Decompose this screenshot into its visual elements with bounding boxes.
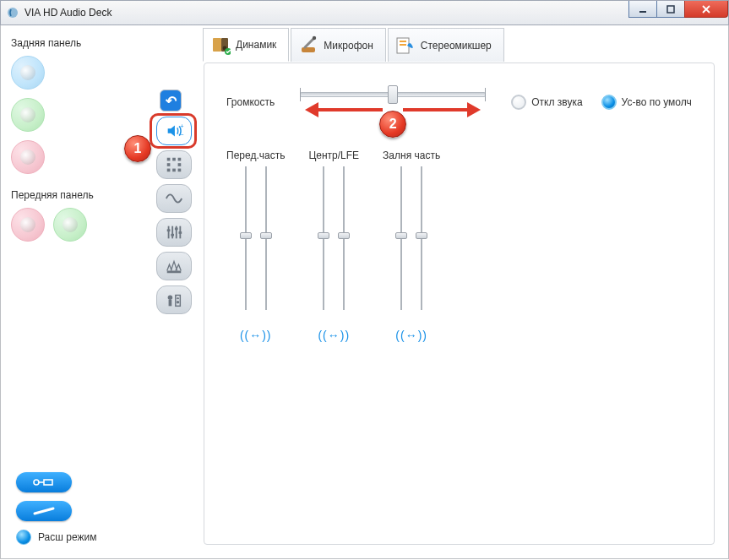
mode-label: Расш режим xyxy=(38,531,96,543)
tab-microphone-label: Микрофон xyxy=(324,40,373,52)
title-bar: VIA HD Audio Deck xyxy=(0,0,729,25)
window-title: VIA HD Audio Deck xyxy=(24,7,725,19)
mode-toggle[interactable] xyxy=(16,530,31,545)
environment-button[interactable] xyxy=(156,252,192,280)
svg-rect-2 xyxy=(667,6,674,13)
microphone-icon xyxy=(298,35,318,56)
stereomix-icon xyxy=(395,35,416,56)
svg-rect-20 xyxy=(179,231,182,234)
svg-rect-17 xyxy=(167,229,171,231)
channel-center-label: Центр/LFE xyxy=(308,150,359,161)
rear-right-slider[interactable] xyxy=(416,166,427,310)
speaker-icon xyxy=(210,35,231,55)
svg-rect-10 xyxy=(167,169,171,172)
rear-jack-green[interactable] xyxy=(11,98,45,132)
speaker-config-button[interactable] xyxy=(156,150,192,179)
rear-jack-pink[interactable] xyxy=(11,140,45,174)
rear-balance-icon[interactable]: ((↔)) xyxy=(383,329,440,342)
reset-button[interactable]: ↶ xyxy=(160,90,182,111)
connector-button-1[interactable] xyxy=(16,472,72,492)
tab-bar: Динамик Микрофон Стереомикшер xyxy=(203,28,506,62)
front-balance-icon[interactable]: ((↔)) xyxy=(226,329,285,342)
annotation-highlight-1 xyxy=(150,113,197,149)
svg-rect-33 xyxy=(302,47,315,52)
mute-toggle[interactable]: Откл звука xyxy=(511,95,582,110)
tab-speaker-label: Динамик xyxy=(236,39,276,51)
channel-front: Перед.часть ((↔)) xyxy=(226,150,285,342)
lfe-slider[interactable] xyxy=(338,166,350,310)
svg-rect-9 xyxy=(178,163,182,166)
connector-button-2[interactable] xyxy=(16,501,72,521)
svg-point-27 xyxy=(34,480,39,485)
annotation-badge-1: 1 xyxy=(124,135,151,162)
svg-point-26 xyxy=(177,301,179,303)
channel-sliders: Перед.часть ((↔)) Центр/LFE ((↔)) xyxy=(226,150,697,342)
main-panel: Динамик Микрофон Стереомикшер Громкость xyxy=(204,63,715,545)
center-balance-icon[interactable]: ((↔)) xyxy=(308,329,359,342)
room-correction-button[interactable] xyxy=(156,285,192,314)
mute-toggle-indicator xyxy=(511,95,526,110)
svg-rect-19 xyxy=(175,228,178,231)
annotation-badge-2: 2 xyxy=(379,111,406,138)
svg-rect-21 xyxy=(167,271,182,274)
svg-rect-6 xyxy=(172,158,176,161)
svg-rect-18 xyxy=(171,234,174,237)
rear-panel-label: Задняя панель xyxy=(11,37,197,49)
center-slider[interactable] xyxy=(318,166,329,310)
mute-label: Откл звука xyxy=(531,96,582,108)
tab-stereomix-label: Стереомикшер xyxy=(421,40,492,52)
close-button[interactable] xyxy=(684,1,728,18)
tab-speaker[interactable]: Динамик xyxy=(203,28,289,62)
svg-rect-7 xyxy=(178,158,182,161)
channel-rear-label: Залня часть xyxy=(383,150,440,161)
default-device-indicator xyxy=(601,95,617,110)
channel-rear: Залня часть ((↔)) xyxy=(383,150,440,342)
channel-center-lfe: Центр/LFE ((↔)) xyxy=(308,150,359,342)
tab-microphone[interactable]: Микрофон xyxy=(291,28,385,62)
svg-rect-37 xyxy=(400,44,406,46)
channel-front-label: Перед.часть xyxy=(226,150,285,161)
svg-rect-24 xyxy=(176,296,181,307)
tab-stereomix[interactable]: Стереомикшер xyxy=(388,28,504,62)
default-device-toggle[interactable]: Ус-во по умолч xyxy=(601,95,692,110)
window-buttons xyxy=(629,1,728,18)
svg-point-34 xyxy=(313,35,316,39)
rear-jack-blue[interactable] xyxy=(11,56,45,90)
app-icon xyxy=(6,6,19,19)
svg-rect-36 xyxy=(400,41,406,42)
svg-rect-29 xyxy=(213,38,221,52)
maximize-button[interactable] xyxy=(656,1,685,18)
svg-rect-28 xyxy=(44,480,52,485)
svg-rect-23 xyxy=(169,300,172,306)
svg-rect-11 xyxy=(172,169,176,172)
svg-rect-1 xyxy=(639,11,646,13)
minimize-button[interactable] xyxy=(628,1,657,18)
rear-left-slider[interactable] xyxy=(395,166,407,310)
left-bottom-controls: Расш режим xyxy=(16,472,96,545)
front-right-slider[interactable] xyxy=(260,166,272,310)
svg-point-22 xyxy=(168,296,173,301)
svg-point-0 xyxy=(8,8,18,18)
bass-button[interactable] xyxy=(156,184,192,213)
volume-label: Громкость xyxy=(226,96,275,108)
svg-rect-12 xyxy=(178,169,182,172)
front-left-slider[interactable] xyxy=(240,166,252,310)
svg-point-25 xyxy=(177,297,178,299)
equalizer-button[interactable] xyxy=(156,218,192,247)
master-volume-slider[interactable]: 2 xyxy=(300,85,486,119)
front-jack-green[interactable] xyxy=(53,208,87,242)
front-jack-pink[interactable] xyxy=(11,208,45,242)
left-panel: Задняя панель Передняя панель ↶ +− xyxy=(1,25,204,558)
default-device-label: Ус-во по умолч xyxy=(622,96,692,108)
svg-rect-8 xyxy=(167,163,171,166)
svg-rect-5 xyxy=(167,158,171,161)
